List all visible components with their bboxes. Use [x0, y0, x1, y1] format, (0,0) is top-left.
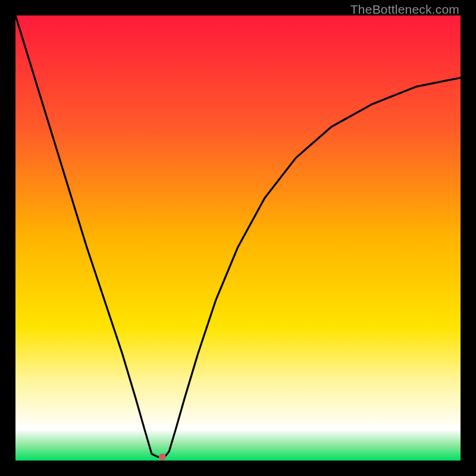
optimum-marker: [159, 453, 166, 461]
chart-frame: [15, 15, 461, 461]
chart-svg: [15, 15, 461, 461]
watermark-text: TheBottleneck.com: [350, 2, 459, 17]
chart-background: [15, 15, 461, 461]
